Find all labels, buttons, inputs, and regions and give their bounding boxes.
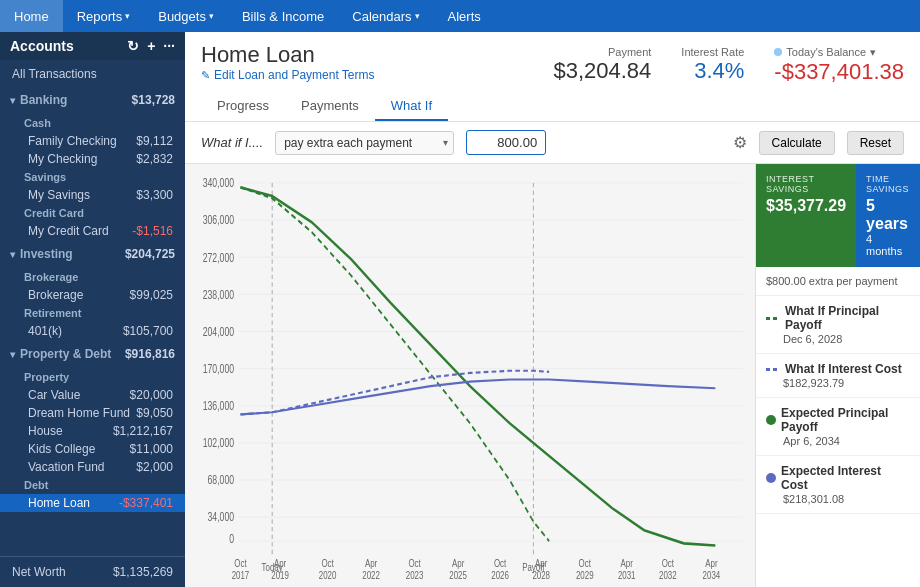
chevron-down-icon: ▾ xyxy=(209,11,214,21)
sidebar-item-dream-home[interactable]: Dream Home Fund $9,050 xyxy=(0,404,185,422)
svg-text:Apr: Apr xyxy=(621,557,634,570)
svg-text:2034: 2034 xyxy=(703,569,721,582)
whatif-amount-input[interactable] xyxy=(466,130,546,155)
chevron-down-icon: ▾ xyxy=(10,95,15,106)
sidebar-item-kids-college[interactable]: Kids College $11,000 xyxy=(0,440,185,458)
page-header: Home Loan ✎ Edit Loan and Payment Terms … xyxy=(185,32,920,122)
sidebar-item-family-checking[interactable]: Family Checking $9,112 xyxy=(0,132,185,150)
sidebar-item-vacation-fund[interactable]: Vacation Fund $2,000 xyxy=(0,458,185,476)
whatif-bar: What if I.... pay extra each payment pay… xyxy=(185,122,920,164)
nav-calendars[interactable]: Calendars ▾ xyxy=(338,0,433,32)
nav-bills-income[interactable]: Bills & Income xyxy=(228,0,338,32)
svg-text:238,000: 238,000 xyxy=(203,288,235,301)
top-navigation: Home Reports ▾ Budgets ▾ Bills & Income … xyxy=(0,0,920,32)
legend-expected-interest: Expected Interest Cost $218,301.08 xyxy=(756,456,920,514)
sidebar-header-icons: ↻ + ··· xyxy=(127,38,175,54)
sidebar-group-property-debt[interactable]: ▾ Property & Debt $916,816 xyxy=(0,342,185,366)
sidebar-item-car-value[interactable]: Car Value $20,000 xyxy=(0,386,185,404)
whatif-select-wrap: pay extra each payment pay extra one-tim… xyxy=(275,131,454,155)
balance-label: Today's Balance xyxy=(786,46,866,58)
more-icon[interactable]: ··· xyxy=(163,38,175,54)
interest-rate-stat: Interest Rate 3.4% xyxy=(681,46,744,84)
balance-stat: Today's Balance ▾ -$337,401.38 xyxy=(774,46,904,85)
sidebar-header: Accounts ↻ + ··· xyxy=(0,32,185,60)
svg-text:Apr: Apr xyxy=(705,557,718,570)
tab-bar: Progress Payments What If xyxy=(201,92,904,121)
edit-icon: ✎ xyxy=(201,69,210,82)
nav-alerts[interactable]: Alerts xyxy=(434,0,495,32)
tab-payments[interactable]: Payments xyxy=(285,92,375,121)
payment-stat: Payment $3,204.84 xyxy=(553,46,651,84)
refresh-icon[interactable]: ↻ xyxy=(127,38,139,54)
main-content: Home Loan ✎ Edit Loan and Payment Terms … xyxy=(185,32,920,587)
svg-text:2025: 2025 xyxy=(449,569,467,582)
chevron-down-icon: ▾ xyxy=(415,11,420,21)
svg-text:2017: 2017 xyxy=(232,569,250,582)
sidebar-sub-property: Property xyxy=(0,368,185,386)
page-title: Home Loan xyxy=(201,42,375,68)
dashed-green-icon xyxy=(766,317,780,320)
sidebar-all-transactions[interactable]: All Transactions xyxy=(0,60,185,88)
sidebar-item-brokerage[interactable]: Brokerage $99,025 xyxy=(0,286,185,304)
svg-text:Apr: Apr xyxy=(535,557,548,570)
sidebar-sub-retirement: Retirement xyxy=(0,304,185,322)
net-worth-label: Net Worth xyxy=(12,565,66,579)
sidebar: Accounts ↻ + ··· All Transactions ▾ Bank… xyxy=(0,32,185,587)
sidebar-sub-brokerage: Brokerage xyxy=(0,268,185,286)
svg-text:340,000: 340,000 xyxy=(203,177,235,190)
calculate-button[interactable]: Calculate xyxy=(759,131,835,155)
svg-text:Oct: Oct xyxy=(408,557,421,570)
extra-payment-note: $800.00 extra per payment xyxy=(756,267,920,296)
page-title-section: Home Loan ✎ Edit Loan and Payment Terms xyxy=(201,42,375,88)
sidebar-item-401k[interactable]: 401(k) $105,700 xyxy=(0,322,185,340)
tab-whatif[interactable]: What If xyxy=(375,92,448,121)
sidebar-item-my-credit-card[interactable]: My Credit Card -$1,516 xyxy=(0,222,185,240)
svg-text:204,000: 204,000 xyxy=(203,326,235,339)
svg-text:2026: 2026 xyxy=(491,569,509,582)
svg-text:Oct: Oct xyxy=(662,557,675,570)
nav-reports[interactable]: Reports ▾ xyxy=(63,0,145,32)
savings-row: INTEREST SAVINGS $35,377.29 TIME SAVINGS… xyxy=(756,164,920,267)
solid-blue-dot xyxy=(766,473,776,483)
chart-right-panel: INTEREST SAVINGS $35,377.29 TIME SAVINGS… xyxy=(755,164,920,587)
solid-green-dot xyxy=(766,415,776,425)
chart-svg: 340,000 306,000 272,000 238,000 204,000 … xyxy=(193,172,747,587)
payment-value: $3,204.84 xyxy=(553,58,651,84)
svg-text:Oct: Oct xyxy=(579,557,592,570)
nav-budgets[interactable]: Budgets ▾ xyxy=(144,0,228,32)
sidebar-item-house[interactable]: House $1,212,167 xyxy=(0,422,185,440)
sidebar-group-investing[interactable]: ▾ Investing $204,725 xyxy=(0,242,185,266)
chevron-down-icon[interactable]: ▾ xyxy=(870,46,876,59)
svg-text:102,000: 102,000 xyxy=(203,437,235,450)
edit-loan-link[interactable]: ✎ Edit Loan and Payment Terms xyxy=(201,68,375,82)
sidebar-sub-debt: Debt xyxy=(0,476,185,494)
tab-progress[interactable]: Progress xyxy=(201,92,285,121)
interest-rate-label: Interest Rate xyxy=(681,46,744,58)
whatif-select[interactable]: pay extra each payment pay extra one-tim… xyxy=(275,131,454,155)
svg-text:272,000: 272,000 xyxy=(203,251,235,264)
time-savings-cell: TIME SAVINGS 5 years 4 months xyxy=(856,164,920,267)
reset-button[interactable]: Reset xyxy=(847,131,904,155)
sidebar-item-my-savings[interactable]: My Savings $3,300 xyxy=(0,186,185,204)
svg-text:2031: 2031 xyxy=(618,569,636,582)
sidebar-sub-savings: Savings xyxy=(0,168,185,186)
legend-expected-principal: Expected Principal Payoff Apr 6, 2034 xyxy=(756,398,920,456)
interest-savings-cell: INTEREST SAVINGS $35,377.29 xyxy=(756,164,856,267)
page-stats: Payment $3,204.84 Interest Rate 3.4% Tod… xyxy=(553,46,904,85)
interest-rate-value: 3.4% xyxy=(681,58,744,84)
legend-whatif-principal: What If Principal Payoff Dec 6, 2028 xyxy=(756,296,920,354)
sidebar-group-banking[interactable]: ▾ Banking $13,728 xyxy=(0,88,185,112)
svg-text:306,000: 306,000 xyxy=(203,214,235,227)
add-icon[interactable]: + xyxy=(147,38,155,54)
svg-text:Oct: Oct xyxy=(321,557,334,570)
sidebar-item-home-loan[interactable]: Home Loan -$337,401 xyxy=(0,494,185,512)
sidebar-item-my-checking[interactable]: My Checking $2,832 xyxy=(0,150,185,168)
sidebar-sub-cash: Cash xyxy=(0,114,185,132)
svg-text:2032: 2032 xyxy=(659,569,677,582)
whatif-label: What if I.... xyxy=(201,135,263,150)
gear-button[interactable]: ⚙ xyxy=(733,133,747,152)
svg-text:2029: 2029 xyxy=(576,569,594,582)
chevron-down-icon: ▾ xyxy=(10,349,15,360)
nav-home[interactable]: Home xyxy=(0,0,63,32)
svg-text:136,000: 136,000 xyxy=(203,400,235,413)
